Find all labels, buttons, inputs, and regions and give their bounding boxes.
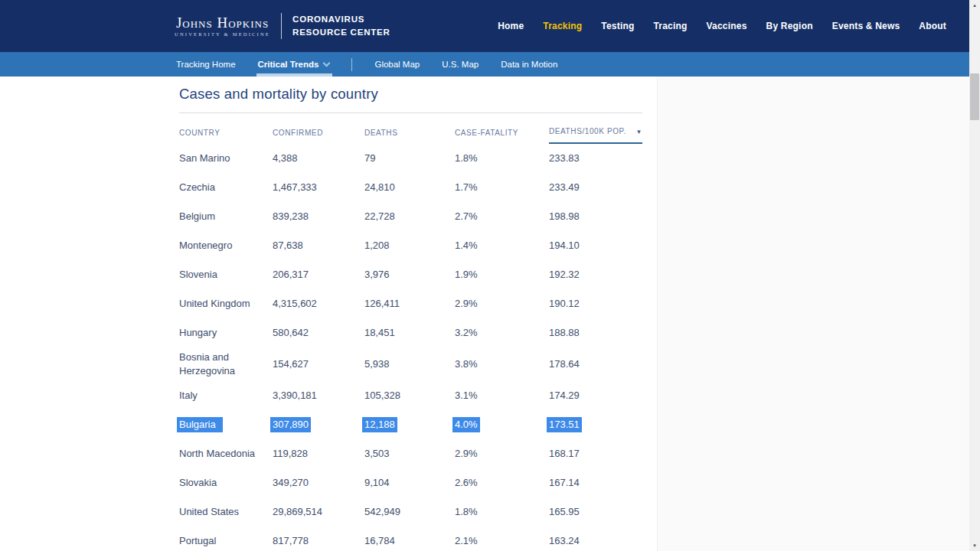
nav-item-vaccines[interactable]: Vaccines (707, 21, 747, 31)
column-header-label: COUNTRY (179, 129, 220, 137)
table-cell-north-macedonia-confirmed: 119,828 (273, 439, 364, 468)
column-header-deaths[interactable]: DEATHS (364, 127, 455, 144)
table-cell-italy-confirmed: 3,390,181 (273, 381, 364, 410)
table-cell-slovakia-country: Slovakia (179, 468, 273, 497)
top-header: Johns Hopkins UNIVERSITY & MEDICINE CORO… (0, 0, 969, 52)
cases-table-section: Cases and mortality by country COUNTRYCO… (179, 86, 642, 551)
subnav-item-tracking-home[interactable]: Tracking Home (176, 52, 236, 77)
table-cell-slovakia-case-fatality: 2.6% (455, 468, 549, 497)
table-cell-slovenia-deaths: 3,976 (364, 260, 455, 289)
table-cell-portugal-deaths-100k: 163.24 (549, 527, 642, 551)
table-cell-slovenia-case-fatality: 1.9% (455, 260, 549, 289)
page-column: Johns Hopkins UNIVERSITY & MEDICINE CORO… (0, 0, 969, 551)
table-cell-united-kingdom-case-fatality: 2.9% (455, 289, 549, 318)
nav-item-tracing[interactable]: Tracing (653, 21, 687, 31)
table-cell-north-macedonia-deaths-100k: 168.17 (549, 439, 642, 468)
table-cell-hungary-country: Hungary (179, 318, 273, 347)
table-cell-north-macedonia-country: North Macedonia (179, 439, 273, 468)
subnav-divider (351, 58, 352, 71)
table-cell-san-marino-case-fatality: 1.8% (455, 144, 549, 173)
subnav-item-label: U.S. Map (442, 60, 479, 69)
table-cell-hungary-deaths-100k: 188.88 (549, 318, 642, 347)
table-cell-hungary-confirmed: 580,642 (273, 318, 364, 347)
nav-item-home[interactable]: Home (498, 21, 524, 31)
vertical-scrollbar[interactable]: ▲ ▼ (969, 0, 980, 551)
table-cell-italy-case-fatality: 3.1% (455, 381, 549, 410)
page-title: Cases and mortality by country (179, 86, 642, 113)
scrollbar-thumb[interactable] (970, 73, 979, 120)
jhu-logo-subtitle: UNIVERSITY & MEDICINE (175, 32, 270, 37)
table-cell-belgium-deaths: 22,728 (364, 202, 455, 231)
content-row: Cases and mortality by country COUNTRYCO… (0, 77, 969, 551)
selected-text: 12,188 (362, 417, 397, 432)
site-title: CORONAVIRUS RESOURCE CENTER (292, 13, 390, 40)
column-header-country[interactable]: COUNTRY (179, 127, 273, 144)
table-cell-montenegro-confirmed: 87,638 (273, 231, 364, 260)
table-cell-belgium-confirmed: 839,238 (273, 202, 364, 231)
table-cell-san-marino-country: San Marino (179, 144, 273, 173)
subnav-item-u-s-map[interactable]: U.S. Map (442, 52, 479, 77)
site-title-line2: RESOURCE CENTER (292, 26, 390, 39)
table-cell-north-macedonia-case-fatality: 2.9% (455, 439, 549, 468)
table-cell-italy-country: Italy (179, 381, 273, 410)
selected-text: 4.0% (452, 417, 480, 432)
site-logo[interactable]: Johns Hopkins UNIVERSITY & MEDICINE CORO… (175, 13, 390, 40)
table-cell-bulgaria-confirmed: 307,890 (273, 410, 364, 439)
table-cell-czechia-country: Czechia (179, 173, 273, 202)
table-cell-san-marino-confirmed: 4,388 (273, 144, 364, 173)
table-cell-bulgaria-deaths: 12,188 (364, 410, 455, 439)
selected-text: Bulgaria (177, 417, 223, 432)
subnav-item-global-map[interactable]: Global Map (374, 52, 420, 77)
nav-item-tracking[interactable]: Tracking (543, 21, 582, 31)
nav-item-about[interactable]: About (919, 21, 946, 31)
table-cell-belgium-deaths-100k: 198.98 (549, 202, 642, 231)
nav-item-by-region[interactable]: By Region (766, 21, 813, 31)
table-cell-portugal-confirmed: 817,778 (273, 527, 364, 551)
table-cell-portugal-case-fatality: 2.1% (455, 527, 549, 551)
subnav-item-label: Critical Trends (258, 60, 319, 69)
column-header-confirmed[interactable]: CONFIRMED (273, 127, 364, 144)
column-header-label: CONFIRMED (273, 129, 323, 137)
viewport: Johns Hopkins UNIVERSITY & MEDICINE CORO… (0, 0, 980, 551)
nav-item-events-news[interactable]: Events & News (832, 21, 900, 31)
nav-item-testing[interactable]: Testing (601, 21, 634, 31)
subnav-item-data-in-motion[interactable]: Data in Motion (501, 52, 557, 77)
table-cell-bosnia-and-herzegovina-case-fatality: 3.8% (455, 347, 549, 381)
scroll-down-icon[interactable]: ▼ (969, 540, 980, 551)
jhu-logo: Johns Hopkins UNIVERSITY & MEDICINE (175, 15, 270, 37)
selected-text: 173.51 (547, 417, 582, 432)
table-cell-san-marino-deaths: 79 (364, 144, 455, 173)
table-cell-czechia-deaths-100k: 233.49 (549, 173, 642, 202)
selected-text: 307,890 (270, 417, 311, 432)
table-cell-portugal-country: Portugal (179, 527, 273, 551)
subnav-item-label: Global Map (374, 60, 420, 69)
table-cell-bulgaria-country: Bulgaria (179, 410, 273, 439)
column-header-case-fatality[interactable]: CASE-FATALITY (455, 127, 549, 144)
table-cell-czechia-case-fatality: 1.7% (455, 173, 549, 202)
column-header-label: DEATHS/100K POP. (549, 127, 626, 135)
logo-divider (281, 13, 282, 39)
scroll-up-icon[interactable]: ▲ (969, 0, 980, 11)
table-cell-united-states-case-fatality: 1.8% (455, 497, 549, 527)
table-cell-bosnia-and-herzegovina-country: Bosnia and Herzegovina (179, 347, 273, 381)
table-cell-montenegro-country: Montenegro (179, 231, 273, 260)
table-cell-czechia-confirmed: 1,467,333 (273, 173, 364, 202)
table-cell-bosnia-and-herzegovina-deaths: 5,938 (364, 347, 455, 381)
table-cell-montenegro-case-fatality: 1.4% (455, 231, 549, 260)
table-cell-slovenia-deaths-100k: 192.32 (549, 260, 642, 289)
main-panel: Cases and mortality by country COUNTRYCO… (0, 77, 657, 551)
table-header-row: COUNTRYCONFIRMEDDEATHSCASE-FATALITYDEATH… (179, 113, 642, 144)
table-cell-belgium-case-fatality: 2.7% (455, 202, 549, 231)
column-header-deaths-100k-pop[interactable]: DEATHS/100K POP.▼ (549, 127, 642, 144)
site-title-line1: CORONAVIRUS (292, 13, 390, 26)
table-cell-united-states-country: United States (179, 497, 273, 527)
table-cell-hungary-case-fatality: 3.2% (455, 318, 549, 347)
table-cell-san-marino-deaths-100k: 233.83 (549, 144, 642, 173)
subnav-item-label: Tracking Home (176, 60, 236, 69)
table-cell-slovenia-confirmed: 206,317 (273, 260, 364, 289)
table-cell-united-kingdom-deaths: 126,411 (364, 289, 455, 318)
table-cell-united-states-deaths: 542,949 (364, 497, 455, 527)
subnav-item-critical-trends[interactable]: Critical Trends (258, 52, 330, 77)
jhu-logo-name: Johns Hopkins (175, 15, 270, 30)
table-cell-italy-deaths-100k: 174.29 (549, 381, 642, 410)
